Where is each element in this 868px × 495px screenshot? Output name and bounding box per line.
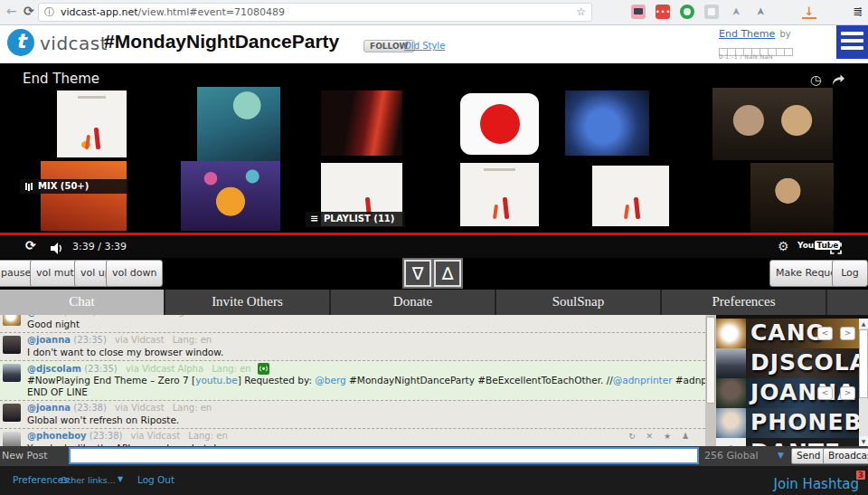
- mix-thumbnail-4[interactable]: [460, 93, 539, 155]
- message-time: (23:35): [73, 335, 107, 345]
- playlist-thumbnail-1[interactable]: [41, 161, 127, 231]
- prev-button[interactable]: <: [817, 386, 833, 400]
- user-list-scrollbar-thumb[interactable]: [859, 329, 868, 398]
- browser-menu-icon[interactable]: ⋮: [854, 5, 866, 18]
- refresh-icon[interactable]: ⟳: [24, 4, 34, 18]
- mention-link[interactable]: @adnprinter: [613, 375, 673, 386]
- footer-log-out-link[interactable]: Log Out: [137, 474, 175, 485]
- user-icon[interactable]: ♟: [682, 432, 689, 441]
- prev-button[interactable]: <: [817, 327, 833, 340]
- message-text-line2: END OF LINE: [27, 386, 702, 397]
- char-counter: 256 Global: [704, 450, 759, 462]
- mix-thumbnail-5[interactable]: [565, 90, 649, 156]
- extension-icon-6[interactable]: ➤: [753, 5, 768, 19]
- message-via: via Vidcast: [131, 431, 181, 441]
- footer-other-links[interactable]: Other links...: [61, 475, 116, 485]
- bookmark-star-icon[interactable]: ☆: [576, 4, 586, 21]
- username-link[interactable]: @cano: [27, 315, 61, 317]
- close-icon[interactable]: ✕: [646, 432, 654, 441]
- replay-icon[interactable]: ⟳: [25, 238, 36, 252]
- avatar[interactable]: [3, 336, 21, 354]
- browser-toolbar: ← ⟳ ⓘ vidcast-app.net/view.html#event=71…: [0, 0, 868, 25]
- extension-icon-1[interactable]: [631, 5, 646, 19]
- tab-chat[interactable]: Chat: [0, 290, 165, 315]
- avatar[interactable]: [3, 364, 21, 382]
- extension-icon-7[interactable]: [778, 5, 792, 19]
- join-hashtag-link[interactable]: Join Hashtag: [774, 476, 859, 492]
- watch-later-icon[interactable]: ◷: [810, 72, 821, 87]
- user-list-scrollbar[interactable]: ▲ ▼: [859, 319, 868, 446]
- new-post-input[interactable]: [69, 447, 699, 464]
- message-time: (23:38): [90, 431, 123, 441]
- playlist-label[interactable]: ≡PLAYLIST (11): [306, 212, 405, 227]
- playlist-thumbnail-4[interactable]: [460, 163, 539, 226]
- address-bar[interactable]: ⓘ vidcast-app.net/view.html#event=710804…: [38, 3, 592, 22]
- extension-icon-5[interactable]: ➤: [729, 5, 743, 19]
- chat-message: @phoneboy (23:38) via Vidcast Lang: en ↻…: [0, 429, 705, 446]
- mix-thumbnail-6[interactable]: [712, 88, 833, 160]
- tab-bar: Chat Invite Others Donate SoulSnap Prefe…: [0, 290, 868, 315]
- scroll-up-icon[interactable]: ▲: [859, 319, 868, 328]
- url-path: /view.html#event=71080489: [138, 6, 285, 18]
- playlist-thumbnail-6[interactable]: [750, 163, 834, 233]
- page-info-icon[interactable]: ⓘ: [44, 4, 54, 21]
- username-link[interactable]: @phoneboy: [27, 431, 87, 441]
- vol-down-button[interactable]: vol down: [106, 260, 163, 287]
- vote-up-button[interactable]: ∆: [434, 260, 461, 287]
- extension-icon-8[interactable]: ↓: [802, 5, 816, 19]
- mix-label[interactable]: MIX (50+): [20, 179, 128, 194]
- tab-invite-others[interactable]: Invite Others: [165, 290, 331, 315]
- extension-icon-9[interactable]: [826, 5, 841, 19]
- avatar[interactable]: [3, 432, 21, 446]
- channel-dropdown-icon[interactable]: ▼: [778, 451, 784, 460]
- next-button[interactable]: >: [840, 386, 855, 400]
- reply-icon[interactable]: ↻: [628, 432, 636, 441]
- send-button[interactable]: Send: [791, 448, 826, 464]
- tab-preferences[interactable]: Preferences: [662, 290, 827, 315]
- back-icon[interactable]: ←: [6, 4, 17, 18]
- username-link[interactable]: @joanna: [27, 403, 71, 413]
- mix-thumbnail-3[interactable]: [321, 90, 402, 156]
- chat-message: @cano (23:34) via Vidcast Lang: en Good …: [0, 315, 705, 333]
- user-row-cano[interactable]: CANO < >: [716, 319, 859, 348]
- footer-dropdown-icon[interactable]: ▼: [118, 475, 123, 483]
- extension-icon-3[interactable]: [680, 5, 694, 19]
- settings-gear-icon[interactable]: ⚙: [778, 239, 789, 253]
- message-time: (23:35): [84, 364, 118, 374]
- old-style-link[interactable]: Old Style: [404, 41, 445, 51]
- youtube-link[interactable]: youtu.be: [195, 375, 238, 386]
- mix-thumbnail-1[interactable]: [57, 90, 127, 157]
- mix-thumbnail-2[interactable]: [197, 87, 280, 161]
- fullscreen-icon[interactable]: [830, 241, 842, 258]
- avatar[interactable]: [3, 315, 21, 326]
- brand-name: vidcast: [40, 33, 108, 54]
- extension-icon-4[interactable]: [704, 5, 719, 19]
- log-out-button[interactable]: Log out: [832, 260, 868, 287]
- tab-donate[interactable]: Donate: [331, 290, 496, 315]
- scroll-down-icon[interactable]: ▼: [859, 436, 868, 446]
- playlist-thumbnail-2[interactable]: [181, 161, 280, 231]
- extension-icon-2[interactable]: •••: [656, 5, 670, 19]
- share-icon[interactable]: [832, 72, 845, 90]
- volume-icon[interactable]: [51, 241, 64, 258]
- chat-scrollbar[interactable]: [705, 315, 716, 446]
- hamburger-menu-button[interactable]: [836, 25, 868, 59]
- vote-down-button[interactable]: ∇: [404, 260, 431, 287]
- user-row-joanna[interactable]: JOANNA < >: [716, 378, 859, 408]
- avatar[interactable]: [3, 404, 21, 422]
- user-row-djscolam[interactable]: DJSCOLAM: [716, 348, 859, 378]
- user-row-phoneboy[interactable]: PHONEBOY: [716, 408, 859, 438]
- playlist-thumbnail-5[interactable]: [592, 166, 669, 226]
- vidcast-logo-icon: t: [7, 29, 34, 56]
- mention-link[interactable]: @berg: [315, 375, 345, 386]
- next-button[interactable]: >: [840, 327, 855, 340]
- star-icon[interactable]: ★: [664, 432, 671, 441]
- now-playing-link[interactable]: End Theme: [719, 28, 775, 40]
- tab-soulsnap[interactable]: SoulSnap: [496, 290, 662, 315]
- broadcast-button[interactable]: Broadcast: [823, 448, 868, 464]
- username-link[interactable]: @joanna: [27, 335, 71, 345]
- chat-scrollbar-thumb[interactable]: [706, 317, 715, 404]
- username-link[interactable]: @djscolam: [27, 364, 81, 374]
- extensions-bar: ••• ➤ ➤ ↓ ≣ B: [631, 5, 848, 21]
- time-display: 3:39 / 3:39: [72, 241, 127, 252]
